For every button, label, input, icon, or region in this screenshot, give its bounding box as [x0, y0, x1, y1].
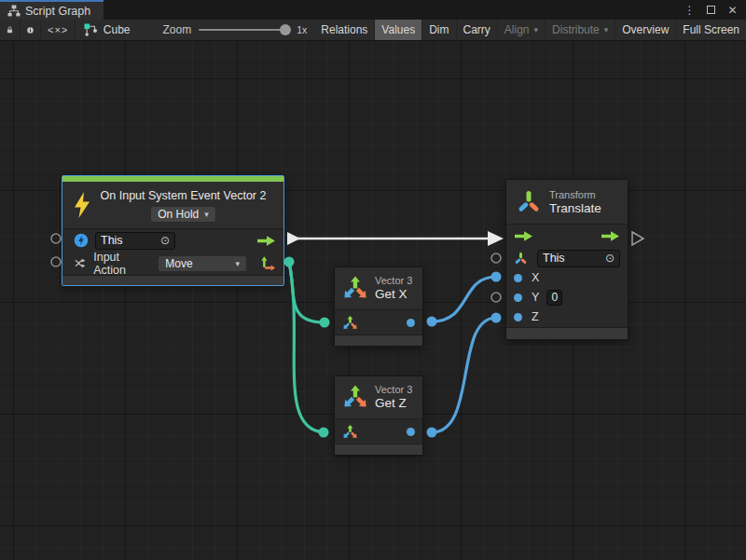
get-z-name: Get Z [375, 396, 412, 411]
relations-button[interactable]: Relations [314, 20, 375, 40]
translate-this-field[interactable]: This ⊙ [537, 250, 620, 267]
translate-y-row: Y 0 [506, 288, 628, 307]
translate-x-label: X [532, 271, 539, 284]
lightning-bolt-icon [72, 191, 92, 219]
chevron-down-icon: ▾ [204, 210, 209, 219]
port-dot-vector2-out[interactable] [284, 257, 295, 267]
event-action-row: Input Action Move ▾ [62, 252, 283, 275]
node-on-input-system-event[interactable]: On Input System Event Vector 2 On Hold ▾… [62, 175, 284, 286]
event-node-title: On Input System Event Vector 2 [101, 189, 267, 202]
graph-target-button[interactable]: Cube [77, 20, 137, 40]
close-icon[interactable]: ✕ [725, 2, 740, 18]
port-dot-getz-in[interactable] [319, 428, 329, 438]
event-this-row: This ⊙ [62, 228, 283, 252]
input-action-icon [74, 256, 87, 270]
zoom-label: Zoom [162, 23, 191, 36]
graph-canvas[interactable]: On Input System Event Vector 2 On Hold ▾… [0, 41, 746, 560]
get-z-output-port[interactable] [407, 428, 415, 436]
flow-output-arrow-icon[interactable] [256, 235, 276, 247]
port-dot-translate-x-in[interactable] [491, 272, 502, 282]
lock-icon [7, 23, 13, 36]
translate-y-value-field[interactable]: 0 [546, 290, 562, 306]
translate-footer [506, 327, 628, 339]
translate-this-row: This ⊙ [506, 248, 628, 268]
vector3-icon [342, 275, 368, 301]
chevron-down-icon: ▾ [604, 25, 609, 34]
flow-input-arrow-icon[interactable] [514, 230, 533, 242]
code-view-button[interactable]: <×> [41, 20, 76, 40]
script-graph-icon [84, 23, 98, 36]
node-get-x[interactable]: Vector 3 Get X [334, 266, 423, 347]
port-dot-translate-z-in[interactable] [491, 313, 502, 323]
flow-connection-end-arrow [488, 231, 504, 246]
get-z-category: Vector 3 [375, 383, 412, 396]
node-get-z[interactable]: Vector 3 Get Z [334, 376, 423, 456]
vector3-input-port-icon[interactable] [342, 424, 358, 440]
translate-x-port[interactable] [514, 274, 522, 282]
port-dot-getx-out[interactable] [427, 317, 437, 327]
port-empty-event-flow-in[interactable] [51, 234, 61, 243]
unity-script-graph-window: Script Graph ⋮ ✕ <×> [0, 0, 746, 560]
dim-button[interactable]: Dim [422, 20, 456, 40]
translate-name: Translate [549, 201, 601, 216]
carry-button[interactable]: Carry [457, 20, 498, 40]
window-controls: ⋮ ✕ [682, 0, 746, 20]
chevron-down-icon: ▾ [235, 259, 240, 268]
port-empty-translate-flow-out[interactable] [632, 232, 643, 245]
node-transform-translate[interactable]: Transform Translate [505, 179, 629, 340]
tab-script-graph[interactable]: Script Graph [0, 0, 104, 20]
input-action-label: Input Action [93, 251, 151, 277]
zoom-slider[interactable] [199, 29, 289, 31]
vector3-input-port-icon[interactable] [342, 315, 358, 331]
event-this-field[interactable]: This ⊙ [95, 232, 175, 250]
values-button[interactable]: Values [375, 20, 422, 40]
translate-flow-row [506, 224, 628, 248]
fullscreen-button[interactable]: Full Screen [676, 20, 746, 40]
translate-y-port[interactable] [514, 294, 522, 302]
get-x-category: Vector 3 [375, 274, 412, 287]
translate-y-label: Y [532, 291, 539, 304]
flow-output-arrow-icon[interactable] [601, 230, 620, 242]
get-x-name: Get X [375, 287, 412, 302]
object-picker-icon[interactable]: ⊙ [605, 253, 615, 264]
port-empty-event-target-in[interactable] [51, 257, 61, 266]
get-x-footer [335, 335, 422, 346]
translate-x-row: X [506, 268, 628, 288]
port-empty-translate-this-in[interactable] [491, 253, 501, 263]
translate-z-port[interactable] [514, 313, 522, 321]
chevron-down-icon: ▾ [534, 25, 539, 34]
connection-vector2-to-getx[interactable] [289, 262, 325, 322]
port-empty-translate-y-in[interactable] [491, 293, 501, 302]
port-dot-getz-out[interactable] [427, 428, 437, 438]
get-x-output-port[interactable] [407, 319, 415, 327]
object-picker-icon[interactable]: ⊙ [160, 235, 170, 246]
connection-getx-to-translate-x[interactable] [432, 277, 496, 321]
menu-kebab-icon[interactable]: ⋮ [682, 2, 698, 18]
overview-button[interactable]: Overview [615, 20, 676, 40]
zoom-control: Zoom 1x [155, 20, 314, 40]
connection-vector2-to-getz[interactable] [289, 262, 324, 432]
event-node-footer [62, 275, 283, 285]
maximize-icon[interactable] [703, 2, 719, 18]
connection-getz-to-translate-z[interactable] [432, 318, 496, 432]
vector2-output-icon[interactable] [260, 255, 276, 272]
align-button[interactable]: Align ▾ [498, 20, 546, 40]
input-action-dropdown[interactable]: Move ▾ [158, 255, 247, 272]
self-gameobject-icon [74, 233, 89, 248]
distribute-button[interactable]: Distribute ▾ [546, 20, 615, 40]
graph-toolbar: <×> Cube Zoom 1x Relations Values Dim Ca… [0, 20, 746, 41]
tab-label: Script Graph [25, 5, 90, 18]
port-dot-getx-in[interactable] [320, 318, 330, 328]
get-z-footer [335, 444, 422, 455]
zoom-slider-handle[interactable] [280, 24, 291, 35]
translate-z-row: Z [506, 307, 628, 327]
transform-mini-icon [514, 252, 528, 266]
flow-connection-start-arrow [287, 232, 300, 245]
vector3-icon [342, 384, 368, 410]
lock-button[interactable] [0, 20, 21, 40]
tab-bar: Script Graph ⋮ ✕ [0, 0, 746, 20]
event-mode-dropdown[interactable]: On Hold ▾ [150, 206, 216, 223]
info-button[interactable] [21, 20, 41, 40]
graph-target-label: Cube [104, 23, 131, 36]
translate-z-label: Z [532, 310, 539, 323]
